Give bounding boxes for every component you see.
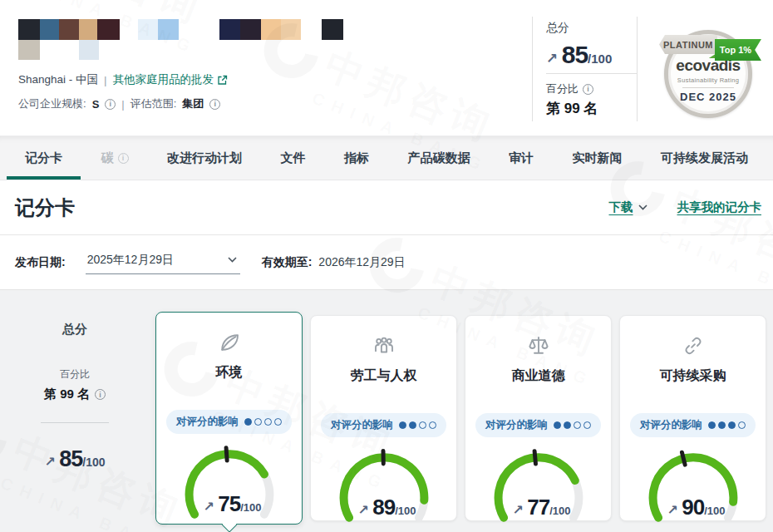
impact-dot <box>583 421 591 429</box>
logo-swatch <box>59 19 79 40</box>
logo-swatch <box>40 40 79 60</box>
trend-up-icon: ↗ <box>667 503 677 517</box>
percentile-value: 第 99 名 <box>546 99 637 118</box>
impact-dot <box>564 421 571 429</box>
overall-label: 总分 <box>2 322 148 337</box>
scales-icon <box>526 333 551 358</box>
impact-dot <box>429 421 436 429</box>
info-icon[interactable]: i <box>95 389 106 400</box>
divider <box>41 422 109 423</box>
theme-score-value: 77 <box>527 495 549 520</box>
theme-card-title: 商业道德 <box>465 367 611 385</box>
info-icon[interactable]: i <box>583 84 593 95</box>
publish-date-select[interactable]: 2025年12月29日 <box>86 251 240 274</box>
tab-documents[interactable]: 文件 <box>281 136 306 180</box>
logo-swatch <box>120 19 138 40</box>
info-icon[interactable]: i <box>105 99 116 110</box>
tab-label: 改进行动计划 <box>167 150 242 166</box>
theme-card-title: 可持续采购 <box>620 367 766 385</box>
logo-swatch <box>79 19 97 40</box>
overall-percentile-value: 第 99 名 <box>44 387 90 402</box>
impact-dot <box>419 421 426 429</box>
company-size-label: 公司企业规模: <box>18 96 86 111</box>
theme-card-environment[interactable]: 环境 对评分的影响 ↗ 75/100 <box>155 312 303 525</box>
tab-audits[interactable]: 审计 <box>509 136 534 180</box>
impact-dots <box>244 418 282 426</box>
theme-score-value: 75 <box>218 491 240 516</box>
valid-until-value: 2026年12月29日 <box>318 255 405 270</box>
overall-percentile-label: 百分比 <box>2 367 148 382</box>
impact-badge: 对评分的影响 <box>166 410 292 434</box>
publish-date-label: 发布日期: <box>15 255 66 270</box>
logo-swatch <box>281 19 301 40</box>
badge-date: DEC 2025 <box>680 91 736 103</box>
industry-link[interactable]: 其他家庭用品的批发 <box>113 72 229 87</box>
ecovadis-medal-badge: ecovadis Sustainability Rating DEC 2025 … <box>645 5 770 130</box>
logo-swatch <box>18 40 40 60</box>
top-percent-ribbon: Top 1% <box>715 39 761 61</box>
logo-swatch <box>158 19 179 40</box>
logo-swatch <box>40 19 59 40</box>
page-title: 记分卡 <box>15 195 75 221</box>
impact-dot <box>254 418 262 426</box>
badge-divider <box>682 87 734 88</box>
gauge-needle <box>226 448 227 461</box>
logo-swatch <box>219 19 240 40</box>
scope-label: 评估范围: <box>130 96 177 111</box>
theme-score-value: 89 <box>372 495 395 520</box>
impact-dot <box>409 421 416 429</box>
impact-dot <box>399 421 406 429</box>
logo-swatch <box>79 40 99 60</box>
tab-label: 审计 <box>509 150 534 166</box>
trend-up-icon: ↗ <box>203 500 214 514</box>
overall-score-value: 85 <box>59 446 82 471</box>
logo-swatch <box>138 19 158 40</box>
impact-badge: 对评分的影响 <box>321 413 446 437</box>
download-button[interactable]: 下载 <box>609 200 647 215</box>
logo-swatch-row-1 <box>18 19 343 40</box>
impact-dots <box>399 421 436 429</box>
impact-dot <box>554 421 561 429</box>
tab-live-news[interactable]: 实时新闻 <box>573 136 623 180</box>
impact-dot <box>574 421 581 429</box>
theme-scores-section: 总分 百分比 第 99 名 i ↗ 85/100 环境 对评分的影响 <box>0 290 773 532</box>
overall-score-column: 总分 百分比 第 99 名 i ↗ 85/100 <box>2 312 148 532</box>
tab-metrics[interactable]: 指标 <box>344 136 369 180</box>
tab-product-carbon-data[interactable]: 产品碳数据 <box>408 136 470 180</box>
tab-scorecard[interactable]: 记分卡 <box>25 136 62 180</box>
chevron-down-icon <box>638 204 647 210</box>
tab-label: 记分卡 <box>25 150 62 166</box>
impact-dot <box>264 418 272 426</box>
logo-swatch-row-2 <box>18 40 99 60</box>
theme-score-value: 90 <box>682 495 704 520</box>
tab-carbon[interactable]: 碳i <box>101 136 129 180</box>
theme-card-business-ethics[interactable]: 商业道德 对评分的影响 ↗ 77/100 <box>465 315 612 521</box>
theme-card-labor-human-rights[interactable]: 劳工与人权 对评分的影响 ↗ 89/100 <box>310 315 457 521</box>
impact-dots <box>708 421 746 429</box>
score-gauge: ↗ 90/100 <box>638 444 748 522</box>
chevron-down-icon <box>228 257 237 263</box>
company-size-value: S <box>92 98 100 111</box>
score-gauge: ↗ 75/100 <box>175 441 284 519</box>
logo-swatch <box>301 19 322 40</box>
theme-card-sustainable-procurement[interactable]: 可持续采购 对评分的影响 ↗ 90/100 <box>619 315 766 521</box>
impact-dot <box>708 421 716 429</box>
platinum-ribbon: PLATINUM <box>659 35 717 54</box>
info-icon[interactable]: i <box>209 99 220 110</box>
tab-improvement-plan[interactable]: 改进行动计划 <box>167 136 242 180</box>
impact-dots <box>554 421 591 429</box>
selected-card-notch <box>221 517 236 532</box>
tab-sustainability-activities[interactable]: 可持续发展活动 <box>661 136 748 180</box>
theme-card-title: 环境 <box>156 364 302 382</box>
people-icon <box>371 333 397 358</box>
tab-label: 可持续发展活动 <box>661 150 748 166</box>
tab-label: 实时新闻 <box>573 150 623 166</box>
share-scorecard-link[interactable]: 共享我的记分卡 <box>677 200 762 215</box>
link-icon <box>681 333 706 358</box>
percentile-label: 百分比 <box>546 81 579 96</box>
tab-label: 指标 <box>344 150 369 166</box>
logo-swatch <box>261 19 281 40</box>
impact-dot <box>738 421 746 429</box>
gauge-needle <box>534 451 535 464</box>
logo-swatch <box>179 19 219 40</box>
